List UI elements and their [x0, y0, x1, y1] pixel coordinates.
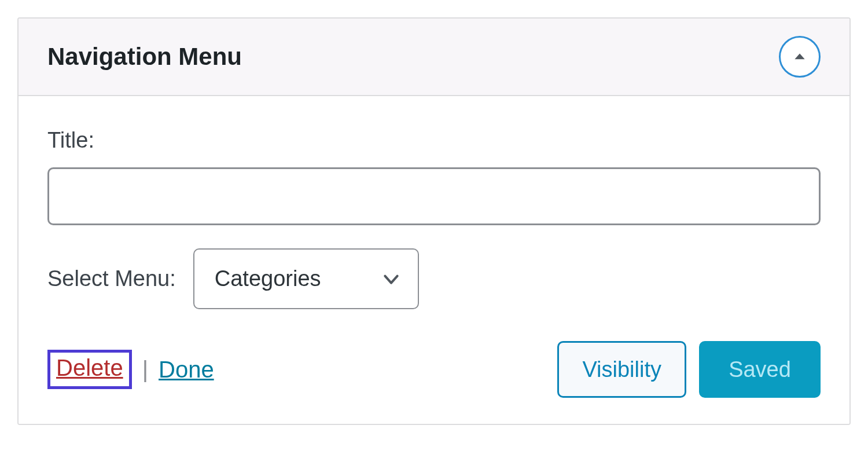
widget-title: Navigation Menu	[47, 43, 242, 71]
action-separator: |	[142, 357, 148, 383]
left-actions: Delete | Done	[47, 350, 214, 389]
widget-header: Navigation Menu	[19, 19, 849, 96]
saved-button[interactable]: Saved	[699, 341, 821, 398]
chevron-up-icon	[792, 49, 807, 64]
navigation-menu-widget: Navigation Menu Title: Select Menu: Cate…	[17, 17, 851, 425]
delete-link[interactable]: Delete	[47, 350, 132, 389]
title-label: Title:	[47, 128, 821, 153]
chevron-down-icon	[382, 270, 400, 288]
done-link[interactable]: Done	[159, 357, 214, 383]
title-input[interactable]	[47, 167, 821, 225]
collapse-button[interactable]	[779, 36, 821, 78]
right-actions: Visibility Saved	[557, 341, 821, 398]
select-menu-label: Select Menu:	[47, 266, 176, 291]
widget-body: Title: Select Menu: Categories Delete | …	[19, 96, 849, 424]
menu-select[interactable]: Categories	[193, 248, 419, 309]
actions-row: Delete | Done Visibility Saved	[47, 341, 821, 398]
menu-select-value: Categories	[215, 266, 321, 291]
visibility-button[interactable]: Visibility	[557, 341, 686, 398]
select-menu-row: Select Menu: Categories	[47, 248, 821, 309]
title-row: Title:	[47, 128, 821, 225]
